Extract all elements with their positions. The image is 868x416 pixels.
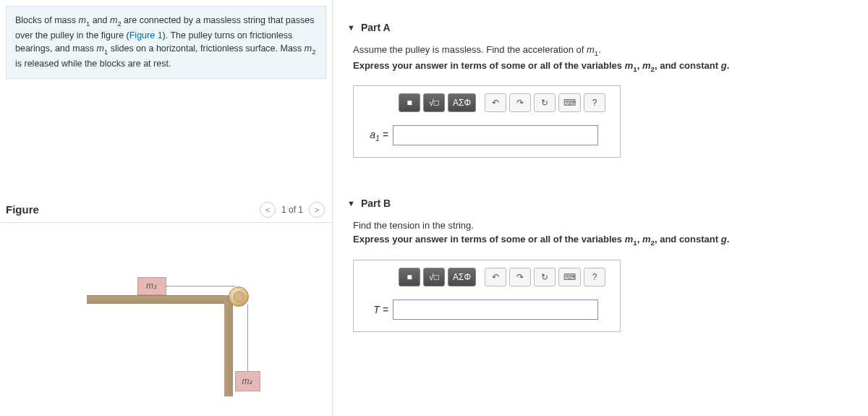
part-b-title: Part B bbox=[361, 198, 391, 209]
undo-button[interactable]: ↶ bbox=[485, 268, 506, 286]
reset-button[interactable]: ↻ bbox=[534, 93, 556, 112]
greek-button[interactable]: ΑΣΦ bbox=[448, 93, 476, 112]
part-a-var-label: a1 = bbox=[362, 129, 388, 143]
block-m2: m₂ bbox=[235, 371, 260, 391]
figure-count: 1 of 1 bbox=[277, 205, 307, 215]
part-b-answer-box: ■ √□ ΑΣΦ ↶ ↷ ↻ ⌨ ? T = bbox=[353, 260, 621, 332]
caret-down-icon: ▼ bbox=[347, 199, 355, 208]
figure-title: Figure bbox=[6, 203, 39, 216]
math-button[interactable]: √□ bbox=[423, 93, 445, 112]
templates-button[interactable]: ■ bbox=[399, 268, 420, 286]
figure-link[interactable]: Figure 1 bbox=[129, 30, 163, 41]
problem-statement: Blocks of mass m1 and m2 are connected b… bbox=[6, 6, 326, 79]
figure-prev-button[interactable]: < bbox=[260, 202, 276, 218]
part-a-answer-input[interactable] bbox=[393, 125, 598, 145]
part-a-instruction: Assume the pulley is massless. Find the … bbox=[353, 44, 854, 57]
part-a-title: Part A bbox=[361, 22, 391, 33]
figure-next-button[interactable]: > bbox=[309, 202, 325, 218]
templates-button[interactable]: ■ bbox=[399, 93, 420, 112]
math-button[interactable]: √□ bbox=[423, 268, 445, 286]
part-b-instruction: Find the tension in the string. bbox=[353, 220, 854, 231]
part-a-header[interactable]: ▼ Part A bbox=[347, 22, 854, 33]
figure-diagram: m₁ m₂ bbox=[58, 252, 275, 411]
block-m1: m₁ bbox=[137, 277, 166, 295]
undo-button[interactable]: ↶ bbox=[485, 93, 506, 112]
part-a-express: Express your answer in terms of some or … bbox=[353, 60, 854, 73]
part-b-var-label: T = bbox=[362, 304, 388, 315]
keyboard-button[interactable]: ⌨ bbox=[558, 93, 581, 112]
part-b-answer-input[interactable] bbox=[393, 300, 598, 320]
greek-button[interactable]: ΑΣΦ bbox=[448, 268, 476, 286]
caret-down-icon: ▼ bbox=[347, 23, 355, 32]
keyboard-button[interactable]: ⌨ bbox=[558, 268, 581, 286]
part-a-answer-box: ■ √□ ΑΣΦ ↶ ↷ ↻ ⌨ ? a1 = bbox=[353, 85, 621, 158]
part-b-express: Express your answer in terms of some or … bbox=[353, 234, 854, 247]
redo-button[interactable]: ↷ bbox=[509, 268, 531, 286]
help-button[interactable]: ? bbox=[584, 268, 605, 286]
help-button[interactable]: ? bbox=[584, 93, 605, 112]
part-b-header[interactable]: ▼ Part B bbox=[347, 198, 854, 209]
pulley-icon bbox=[229, 286, 249, 307]
redo-button[interactable]: ↷ bbox=[509, 93, 531, 112]
reset-button[interactable]: ↻ bbox=[534, 268, 556, 286]
